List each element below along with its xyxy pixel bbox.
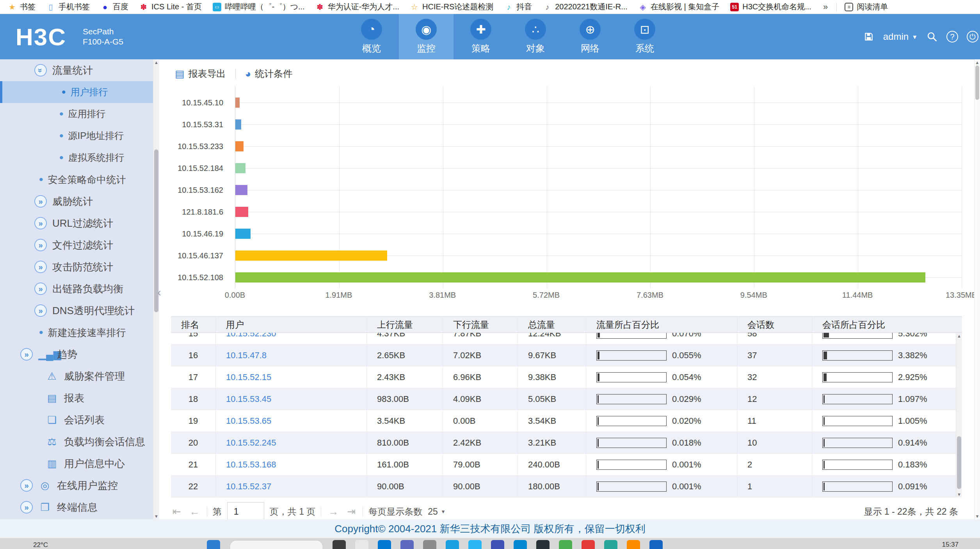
table-scrollbar[interactable]: ▲ ▼ — [956, 333, 962, 497]
user-ip-link[interactable]: 10.15.52.37 — [226, 481, 271, 492]
admin-menu[interactable]: admin▼ — [883, 31, 918, 42]
taskbar-weather[interactable]: 22°C — [33, 541, 48, 549]
save-config-icon[interactable] — [863, 31, 875, 43]
taskbar-app-icon[interactable] — [378, 540, 391, 549]
logout-icon[interactable]: ⏻ — [967, 31, 978, 43]
bookmark-item[interactable]: ●百度 — [95, 1, 134, 13]
taskbar-app-icon[interactable] — [400, 540, 414, 549]
sidebar-collapse-handle-icon[interactable]: ‹ — [157, 286, 161, 299]
nav-tab-系统[interactable]: ⊡系统 — [617, 14, 672, 59]
nav-tab-对象[interactable]: ∴对象 — [508, 14, 563, 59]
sidebar-item-新建连接速率排行[interactable]: •新建连接速率排行 — [0, 322, 153, 343]
next-page-icon[interactable]: → — [327, 506, 340, 518]
bookmark-item[interactable]: ▯手机书签 — [41, 1, 95, 13]
user-ip-link[interactable]: 10.15.52.245 — [226, 438, 276, 448]
table-cell-traffic_pct: 0.070% — [586, 333, 737, 344]
table-scroll-down-icon[interactable]: ▼ — [956, 491, 962, 497]
user-ip-link[interactable]: 10.15.52.230 — [226, 333, 276, 339]
user-ip-link[interactable]: 10.15.53.45 — [226, 394, 271, 404]
bookmark-item[interactable]: ▭哔哩哔哩（゜-゜）つ... — [207, 1, 310, 13]
sidebar-item-安全策略命中统计[interactable]: •安全策略命中统计 — [0, 169, 153, 190]
last-page-icon[interactable]: ⇥ — [345, 506, 357, 518]
sidebar-item-URL过滤统计[interactable]: »URL过滤统计 — [0, 212, 153, 234]
sidebar-item-威胁统计[interactable]: »威胁统计 — [0, 190, 153, 212]
nav-tab-概览[interactable]: ◔概览 — [344, 14, 399, 59]
sidebar-item-在线用户监控[interactable]: »◎在线用户监控 — [0, 474, 153, 496]
bookmark-item[interactable]: ✽ICS Lite - 首页 — [134, 1, 207, 13]
taskbar-app-icon[interactable] — [514, 540, 527, 549]
page-scroll-thumb[interactable] — [975, 66, 979, 100]
nav-tab-网络[interactable]: ⊕网络 — [563, 14, 617, 59]
taskbar-app-icon[interactable] — [468, 540, 482, 549]
sidebar-item-虚拟系统排行[interactable]: •虚拟系统排行 — [0, 147, 153, 169]
taskbar-app-icon[interactable] — [604, 540, 617, 549]
taskbar-app-icon[interactable] — [536, 540, 550, 549]
prev-page-icon[interactable]: ← — [188, 506, 201, 518]
taskbar-app-icon[interactable] — [423, 540, 436, 549]
sidebar-scroll-down-icon[interactable]: ▼ — [153, 513, 159, 519]
sidebar-item-DNS透明代理统计[interactable]: »DNS透明代理统计 — [0, 300, 153, 322]
table-scroll-up-icon[interactable]: ▲ — [956, 333, 962, 339]
page-size-dropdown[interactable]: 25 ▾ — [428, 506, 445, 517]
taskbar-app-icon[interactable] — [333, 540, 346, 549]
page-scroll-up-icon[interactable]: ▲ — [975, 59, 980, 66]
page-number-input[interactable] — [227, 502, 264, 519]
taskbar-app-icon[interactable] — [355, 540, 368, 549]
taskbar-app-icon[interactable] — [627, 540, 640, 549]
taskbar-app-icon[interactable] — [207, 540, 220, 549]
bookmark-item[interactable]: ◈在线影视 | 集知盒子 — [633, 1, 725, 13]
sidebar-item-攻击防范统计[interactable]: »攻击防范统计 — [0, 256, 153, 278]
report-doc-icon: ▤ — [45, 392, 59, 404]
taskbar-search-box[interactable] — [229, 540, 323, 549]
sidebar-item-用户信息中心[interactable]: ▥用户信息中心 — [0, 453, 153, 474]
taskbar-app-icon[interactable] — [491, 540, 504, 549]
sidebar-item-终端信息[interactable]: »❐终端信息 — [0, 496, 153, 518]
percent-bar — [822, 372, 893, 382]
help-icon[interactable]: ? — [946, 31, 958, 43]
table-cell-session_pct: 0.914% — [812, 432, 956, 453]
page-scrollbar[interactable]: ▲ ▼ — [974, 59, 980, 519]
bookmark-item[interactable]: ♪20220221数通IE-R... — [537, 1, 633, 13]
user-ip-link[interactable]: 10.15.52.15 — [226, 372, 271, 382]
bookmark-item[interactable]: 51H3C交换机命名规... — [725, 1, 817, 13]
first-page-icon[interactable]: ⇤ — [171, 506, 183, 518]
sidebar-item-文件过滤统计[interactable]: »文件过滤统计 — [0, 234, 153, 256]
statistic-condition-button[interactable]: ◕ 统计条件 — [241, 68, 297, 80]
table-scroll-thumb[interactable] — [957, 436, 961, 489]
reading-list-button[interactable]: ≡ 阅读清单 — [839, 1, 893, 13]
taskbar-app-icon[interactable] — [582, 540, 595, 549]
bookmark-item[interactable]: ☆HCIE-RS论述题检测 — [405, 1, 499, 13]
sidebar-item-源IP地址排行[interactable]: •源IP地址排行 — [0, 125, 153, 147]
taskbar-app-icon[interactable] — [649, 540, 663, 549]
search-icon[interactable] — [926, 31, 938, 43]
bookmark-item[interactable]: ★书签 — [2, 1, 41, 13]
user-ip-link[interactable]: 10.15.53.168 — [226, 460, 276, 470]
sidebar-item-应用排行[interactable]: •应用排行 — [0, 103, 153, 125]
page-scroll-down-icon[interactable]: ▼ — [975, 513, 980, 519]
sidebar-item-出链路负载均衡[interactable]: »出链路负载均衡 — [0, 278, 153, 300]
nav-tab-监控[interactable]: ◉监控 — [399, 14, 454, 59]
sidebar-item-会话列表[interactable]: ❏会话列表 — [0, 409, 153, 431]
sidebar-item-报表[interactable]: ▤报表 — [0, 387, 153, 409]
chevrons-right-circle-icon: » — [34, 217, 47, 229]
sidebar-item-趋势[interactable]: »▁▄▆趋势 — [0, 343, 153, 365]
nav-tab-策略[interactable]: ✚策略 — [454, 14, 508, 59]
sidebar-item-用户排行[interactable]: •用户排行 — [0, 81, 153, 103]
user-ip-link[interactable]: 10.15.47.8 — [226, 350, 267, 361]
taskbar-app-icon[interactable] — [446, 540, 459, 549]
taskbar-app-icon[interactable] — [559, 540, 572, 549]
bookmark-item[interactable]: ♪抖音 — [499, 1, 537, 13]
user-ip-link[interactable]: 10.15.53.65 — [226, 416, 271, 426]
bookmarks-overflow-chevron-icon[interactable]: » — [817, 2, 834, 12]
report-export-button[interactable]: ▤ 报表导出 — [171, 68, 230, 80]
percent-bar-fill — [598, 439, 599, 447]
taskbar-clock[interactable]: 15:37 — [942, 541, 959, 549]
sidebar-item-流量统计[interactable]: »流量统计 — [0, 59, 153, 81]
sidebar-item-威胁案件管理[interactable]: ⚠威胁案件管理 — [0, 365, 153, 387]
bookmark-label: 抖音 — [516, 2, 532, 12]
sidebar-scroll-up-icon[interactable]: ▲ — [153, 59, 159, 66]
bookmark-item[interactable]: ✽华为认证-华为人才... — [310, 1, 405, 13]
percent-bar — [596, 394, 667, 404]
sidebar-item-负载均衡会话信息[interactable]: ⚖负载均衡会话信息 — [0, 431, 153, 453]
percent-bar — [596, 460, 667, 470]
